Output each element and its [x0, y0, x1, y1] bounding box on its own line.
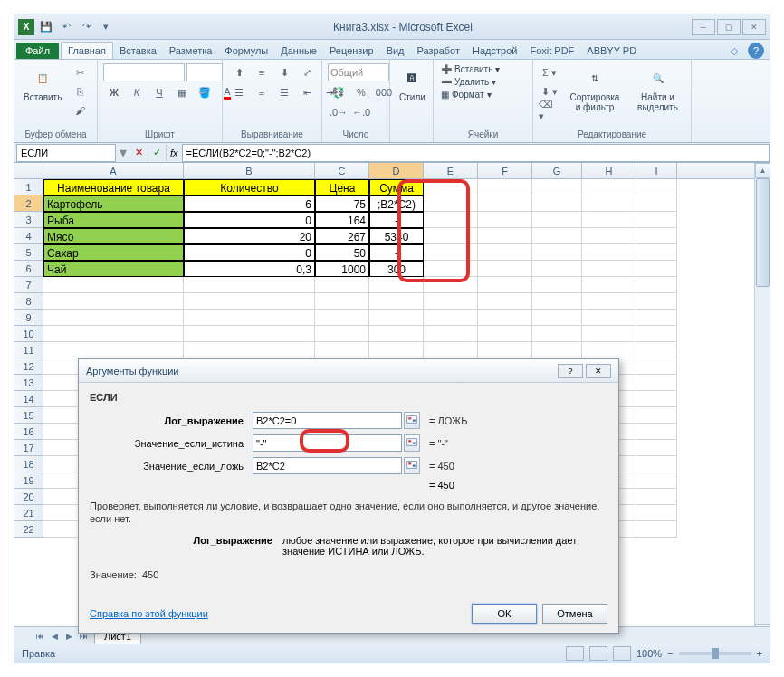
row-header[interactable]: 11 — [14, 342, 43, 358]
row-header[interactable]: 20 — [14, 489, 43, 505]
file-tab[interactable]: Файл — [16, 43, 59, 59]
cell[interactable] — [636, 342, 677, 358]
cell[interactable] — [478, 310, 532, 326]
cell[interactable] — [582, 244, 636, 261]
cell[interactable] — [636, 326, 677, 342]
row-header[interactable]: 13 — [14, 375, 43, 391]
cell[interactable] — [582, 228, 636, 244]
cell[interactable] — [315, 293, 369, 310]
cell[interactable] — [636, 407, 677, 424]
cell[interactable] — [532, 310, 582, 326]
ok-button[interactable]: ОК — [472, 604, 537, 624]
orientation-icon[interactable]: ⤢ — [296, 63, 318, 81]
cell[interactable] — [478, 244, 532, 261]
cell[interactable] — [43, 293, 184, 310]
delete-cells-button[interactable]: ➖Удалить ▾ — [439, 76, 498, 88]
cell[interactable] — [636, 179, 677, 195]
cell[interactable] — [582, 326, 636, 342]
cell[interactable] — [636, 375, 677, 391]
name-box[interactable]: ЕСЛИ — [16, 144, 116, 162]
cell[interactable]: Рыба — [43, 212, 184, 228]
styles-button[interactable]: 🅰 Стили — [396, 63, 429, 104]
row-header[interactable]: 7 — [14, 277, 43, 293]
cell[interactable] — [369, 326, 424, 342]
row-header[interactable]: 12 — [14, 358, 43, 375]
column-header-E[interactable]: E — [424, 163, 478, 178]
arg-input-1[interactable] — [253, 434, 402, 452]
save-icon[interactable]: 💾 — [38, 19, 54, 35]
cell[interactable] — [369, 293, 424, 310]
copy-icon[interactable]: ⎘ — [69, 82, 91, 100]
cell[interactable] — [478, 326, 532, 342]
cell[interactable] — [424, 277, 478, 293]
align-left-icon[interactable]: ☰ — [228, 83, 250, 101]
find-select-button[interactable]: 🔍 Найти и выделить — [629, 63, 686, 114]
review-tab[interactable]: Рецензир — [323, 43, 380, 59]
cell[interactable] — [424, 244, 478, 261]
range-picker-icon[interactable] — [404, 457, 420, 474]
cell[interactable] — [636, 261, 677, 277]
column-header-D[interactable]: D — [369, 163, 424, 178]
cell[interactable] — [315, 277, 369, 293]
cell[interactable]: 75 — [315, 195, 369, 212]
cell[interactable]: 20 — [184, 228, 315, 244]
font-size-select[interactable] — [186, 63, 223, 81]
row-header[interactable]: 15 — [14, 407, 43, 424]
fill-icon[interactable]: ⬇ ▾ — [539, 82, 560, 100]
cell[interactable]: 300 — [369, 261, 424, 277]
column-header-G[interactable]: G — [532, 163, 582, 178]
cell[interactable] — [424, 342, 478, 358]
column-header-A[interactable]: A — [43, 163, 184, 178]
cell[interactable] — [636, 489, 677, 505]
addins-tab[interactable]: Надстрой — [466, 43, 523, 59]
layout-tab[interactable]: Разметка — [163, 43, 219, 59]
cell[interactable]: 6 — [184, 195, 315, 212]
cell[interactable] — [424, 212, 478, 228]
cell[interactable] — [582, 212, 636, 228]
cancel-button[interactable]: Отмена — [542, 604, 607, 624]
cell[interactable]: 267 — [315, 228, 369, 244]
cell[interactable]: Чай — [43, 261, 184, 277]
align-middle-icon[interactable]: ≡ — [251, 63, 272, 81]
cell[interactable]: - — [369, 244, 424, 261]
align-right-icon[interactable]: ☰ — [273, 83, 295, 101]
cell[interactable] — [184, 277, 315, 293]
cell[interactable] — [582, 261, 636, 277]
minimize-button[interactable]: ─ — [692, 19, 715, 35]
cell[interactable] — [184, 342, 315, 358]
percent-icon[interactable]: % — [350, 83, 372, 101]
cell[interactable] — [184, 310, 315, 326]
row-header[interactable]: 1 — [14, 179, 43, 195]
cell[interactable]: Наименование товара — [43, 179, 184, 195]
cell[interactable]: 0 — [184, 244, 315, 261]
row-header[interactable]: 3 — [14, 212, 43, 228]
next-sheet-icon[interactable]: ▶ — [62, 629, 76, 644]
page-layout-view-icon[interactable] — [589, 646, 607, 661]
cell[interactable] — [532, 293, 582, 310]
cell[interactable] — [636, 472, 677, 489]
row-header[interactable]: 10 — [14, 326, 43, 342]
cell[interactable] — [315, 342, 369, 358]
row-header[interactable]: 19 — [14, 472, 43, 489]
cell[interactable]: 5340 — [369, 228, 424, 244]
home-tab[interactable]: Главная — [61, 42, 113, 59]
cell[interactable] — [424, 195, 478, 212]
dialog-help-button[interactable]: ? — [558, 364, 583, 378]
font-select[interactable] — [103, 63, 185, 81]
column-header-F[interactable]: F — [478, 163, 532, 178]
cell[interactable]: - — [369, 212, 424, 228]
dialog-close-button[interactable]: ✕ — [586, 364, 611, 378]
row-header[interactable]: 18 — [14, 456, 43, 472]
row-header[interactable]: 17 — [14, 440, 43, 456]
cell[interactable] — [424, 326, 478, 342]
align-top-icon[interactable]: ⬆ — [228, 63, 250, 81]
cell[interactable] — [43, 326, 184, 342]
cell[interactable]: Количество — [184, 179, 315, 195]
cell[interactable] — [184, 326, 315, 342]
cell[interactable] — [532, 195, 582, 212]
cell[interactable] — [424, 310, 478, 326]
formula-input[interactable]: =ЕСЛИ(B2*C2=0;"-";B2*C2) — [182, 144, 770, 162]
dialog-title-bar[interactable]: Аргументы функции ? ✕ — [79, 359, 618, 383]
cell[interactable]: Сумма — [369, 179, 424, 195]
cell[interactable] — [636, 244, 677, 261]
